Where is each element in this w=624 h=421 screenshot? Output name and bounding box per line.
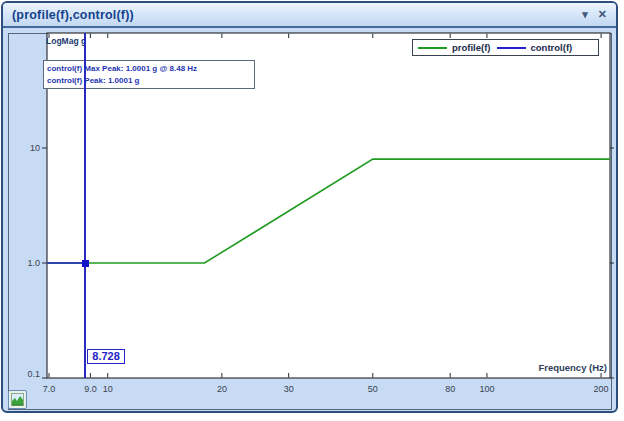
profile-trace-swatch <box>418 47 447 49</box>
svg-text:1.0: 1.0 <box>27 258 40 268</box>
legend-label-profile: profile(f) <box>452 42 491 53</box>
legend-label-control: control(f) <box>531 42 573 53</box>
svg-text:100: 100 <box>479 384 494 394</box>
chart-thumbnail-icon <box>11 393 24 406</box>
svg-text:50: 50 <box>368 384 378 394</box>
svg-text:80: 80 <box>445 384 455 394</box>
svg-text:30: 30 <box>284 384 294 394</box>
peak-annotation-box: control(f) Max Peak: 1.0001 g @ 8.48 Hz … <box>43 60 255 89</box>
cursor-frequency-readout[interactable]: 8.728 <box>87 349 125 364</box>
svg-text:200: 200 <box>594 384 609 394</box>
x-axis-label: Frequency (Hz) <box>538 362 607 373</box>
svg-text:0.1: 0.1 <box>27 369 40 379</box>
svg-text:10: 10 <box>30 143 40 153</box>
svg-text:9.0: 9.0 <box>84 384 97 394</box>
max-peak-annotation: control(f) Max Peak: 1.0001 g @ 8.48 Hz <box>47 63 251 75</box>
y-axis-unit-label: LogMag g <box>46 36 86 46</box>
chart-thumbnail-button[interactable] <box>8 390 27 409</box>
cursor-point-marker <box>82 260 89 267</box>
svg-text:7.0: 7.0 <box>43 384 56 394</box>
legend: profile(f) control(f) <box>412 39 599 56</box>
control-trace-swatch <box>497 47 526 49</box>
svg-text:10: 10 <box>103 384 113 394</box>
peak-annotation: control(f) Peak: 1.0001 g <box>47 75 251 87</box>
svg-text:20: 20 <box>217 384 227 394</box>
frequency-cursor-line[interactable] <box>84 33 86 378</box>
